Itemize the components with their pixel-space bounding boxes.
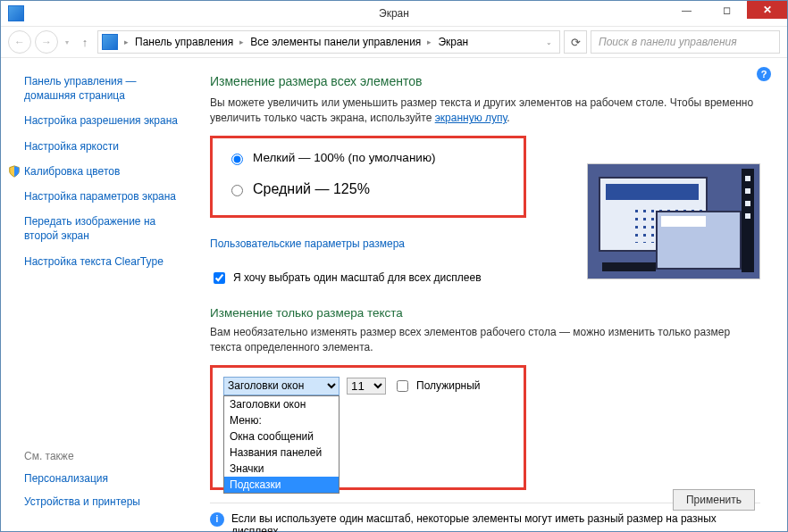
shield-icon	[8, 165, 21, 178]
text-size-highlight: Заголовки окон Заголовки оконМеню:Окна с…	[210, 365, 526, 490]
one-scale-checkbox[interactable]	[214, 272, 225, 284]
radio-small[interactable]	[231, 154, 243, 165]
sidebar-item-calibrate[interactable]: Калибровка цветов	[24, 165, 120, 178]
sidebar: Панель управления — домашняя страница На…	[1, 58, 189, 532]
radio-medium-label: Средний — 125%	[253, 181, 370, 197]
maximize-button[interactable]: ◻	[707, 1, 747, 19]
custom-size-link[interactable]: Пользовательские параметры размера	[210, 237, 405, 250]
radio-medium-row[interactable]: Средний — 125%	[227, 181, 515, 197]
sidebar-item-display-settings[interactable]: Настройка параметров экрана	[24, 190, 176, 203]
element-option[interactable]: Значки	[224, 461, 339, 477]
bold-checkbox[interactable]	[397, 380, 408, 392]
search-box[interactable]	[591, 30, 780, 54]
up-button[interactable]: ↑	[76, 33, 94, 51]
window-root: Экран — ◻ ✕ ← → ▾ ↑ ▸ Панель управления …	[0, 0, 788, 532]
chevron-right-icon: ▸	[122, 37, 131, 46]
element-option[interactable]: Заголовки окон	[224, 396, 339, 412]
radio-medium[interactable]	[231, 185, 243, 196]
close-icon: ✕	[763, 4, 772, 16]
radio-small-row[interactable]: Мелкий — 100% (по умолчанию)	[227, 151, 515, 165]
address-bar[interactable]: ▸ Панель управления ▸ Все элементы панел…	[97, 30, 560, 54]
bold-label: Полужирный	[416, 379, 481, 392]
apply-button[interactable]: Применить	[673, 489, 755, 511]
desc-resize-all: Вы можете увеличить или уменьшить размер…	[210, 96, 760, 127]
element-option[interactable]: Меню:	[224, 412, 339, 428]
search-input[interactable]	[597, 35, 774, 49]
bold-checkbox-row[interactable]: Полужирный	[393, 378, 481, 395]
see-also-devices[interactable]: Устройства и принтеры	[24, 495, 140, 508]
close-button[interactable]: ✕	[747, 1, 787, 19]
sidebar-item-home[interactable]: Панель управления — домашняя страница	[24, 75, 137, 102]
app-icon	[8, 5, 24, 21]
refresh-button[interactable]: ⟳	[564, 30, 587, 54]
main-panel: Изменение размера всех элементов Вы може…	[189, 58, 787, 532]
sidebar-item-brightness[interactable]: Настройка яркости	[24, 140, 119, 153]
desc-text-only: Вам необязательно изменять размер всех э…	[210, 325, 760, 356]
element-option[interactable]: Окна сообщений	[224, 428, 339, 445]
heading-resize-all: Изменение размера всех элементов	[210, 74, 760, 88]
address-dropdown-icon[interactable]: ⌄	[546, 38, 556, 46]
info-note: i Если вы используете один масштаб, неко…	[210, 512, 760, 532]
titlebar: Экран — ◻ ✕	[1, 1, 787, 27]
sidebar-item-resolution[interactable]: Настройка разрешения экрана	[24, 114, 178, 127]
chevron-right-icon: ▸	[424, 37, 434, 46]
see-also-header: См. также	[24, 450, 181, 462]
chevron-right-icon: ▸	[237, 37, 247, 46]
element-option[interactable]: Названия панелей	[224, 445, 339, 461]
one-scale-label: Я хочу выбрать один масштаб для всех дис…	[233, 271, 482, 284]
scaling-options-highlight: Мелкий — 100% (по умолчанию) Средний — 1…	[210, 136, 526, 218]
see-also-section: См. также Персонализация Устройства и пр…	[24, 450, 181, 518]
radio-small-label: Мелкий — 100% (по умолчанию)	[253, 151, 436, 164]
sidebar-item-project[interactable]: Передать изображение на второй экран	[24, 215, 155, 242]
info-note-text: Если вы используете один масштаб, некото…	[231, 512, 760, 532]
breadcrumb-all-items[interactable]: Все элементы панели управления	[250, 36, 421, 48]
history-dropdown-icon[interactable]: ▾	[62, 38, 72, 46]
forward-button[interactable]: →	[35, 30, 58, 54]
element-select[interactable]: Заголовки окон	[223, 377, 340, 395]
see-also-personalization[interactable]: Персонализация	[24, 472, 108, 485]
breadcrumb-display[interactable]: Экран	[438, 36, 468, 48]
minimize-button[interactable]: —	[666, 1, 707, 19]
element-option[interactable]: Подсказки	[224, 477, 339, 493]
window-controls: — ◻ ✕	[666, 1, 787, 26]
element-select-listbox[interactable]: Заголовки оконМеню:Окна сообщенийНазвани…	[223, 395, 340, 494]
back-button[interactable]: ←	[8, 30, 31, 54]
navigation-bar: ← → ▾ ↑ ▸ Панель управления ▸ Все элемен…	[1, 27, 787, 58]
info-icon: i	[210, 512, 224, 527]
magnifier-link[interactable]: экранную лупу	[435, 112, 507, 124]
font-size-select[interactable]: 11	[347, 378, 386, 395]
scaling-preview-image	[587, 163, 760, 279]
sidebar-item-cleartype[interactable]: Настройка текста ClearType	[24, 255, 163, 268]
content-area: ? Панель управления — домашняя страница …	[1, 58, 787, 532]
window-title: Экран	[379, 7, 409, 20]
breadcrumb-control-panel[interactable]: Панель управления	[135, 36, 233, 48]
control-panel-icon	[102, 34, 118, 50]
element-combo-wrapper: Заголовки окон Заголовки оконМеню:Окна с…	[223, 377, 340, 395]
heading-text-only: Изменение только размера текста	[210, 306, 760, 320]
